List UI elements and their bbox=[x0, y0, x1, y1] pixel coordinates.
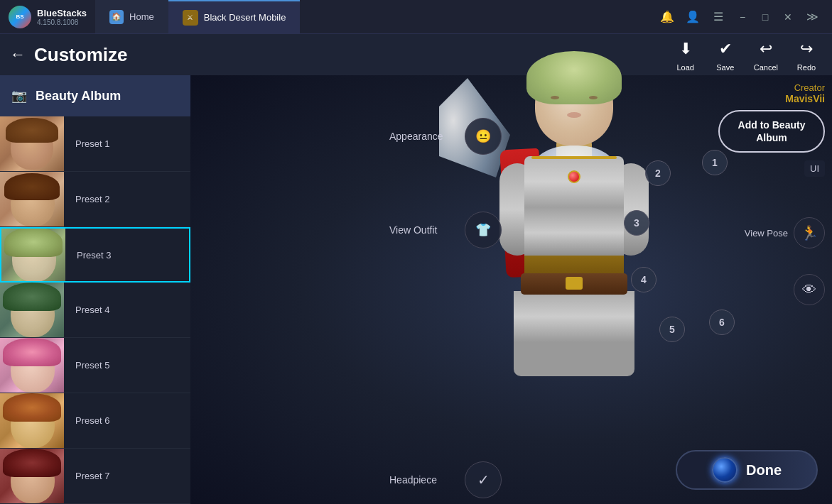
titlebar-tabs: 🏠 Home ⚔ Black Desert Mobile bbox=[95, 0, 647, 33]
load-button[interactable]: ⬇ Load bbox=[674, 38, 697, 72]
page-title: Customize bbox=[34, 44, 127, 66]
redo-button[interactable]: ↪ Redo bbox=[795, 38, 818, 72]
headpiece-label: Headpiece bbox=[389, 474, 453, 486]
save-button[interactable]: ✔ Save bbox=[714, 38, 737, 72]
sidebar: ← Customize 📷 Beauty Album Preset 1 bbox=[0, 34, 190, 504]
eye-button[interactable]: 👁 bbox=[794, 274, 825, 305]
position-badge-3[interactable]: 3 bbox=[624, 210, 649, 236]
view-pose-section: View Pose 🏃 bbox=[745, 217, 825, 248]
redo-icon: ↪ bbox=[795, 38, 818, 60]
preset-5-label: Preset 5 bbox=[64, 360, 109, 371]
load-icon: ⬇ bbox=[674, 38, 697, 60]
character-model bbox=[496, 64, 652, 461]
cancel-label: Cancel bbox=[754, 63, 778, 72]
position-badge-5[interactable]: 5 bbox=[659, 317, 685, 342]
app-logo-section: BS BlueStacks 4.150.8.1008 bbox=[0, 6, 95, 28]
maximize-button[interactable]: □ bbox=[755, 7, 775, 27]
app-version: 4.150.8.1008 bbox=[37, 18, 87, 26]
menu-icon[interactable]: ☰ bbox=[707, 6, 730, 28]
load-label: Load bbox=[677, 63, 694, 72]
game-tab-icon: ⚔ bbox=[183, 10, 198, 26]
add-to-beauty-album-button[interactable]: Add to BeautyAlbum bbox=[718, 110, 825, 153]
character-view: Appearance 😐 View Outfit 👕 bbox=[190, 75, 832, 504]
beauty-album-label: Beauty Album bbox=[36, 89, 121, 104]
appearance-control: Appearance 😐 bbox=[389, 118, 502, 155]
cancel-icon: ↩ bbox=[755, 38, 777, 60]
done-label: Done bbox=[746, 462, 782, 478]
cancel-button[interactable]: ↩ Cancel bbox=[754, 38, 778, 72]
content-area: ⬇ Load ✔ Save ↩ Cancel ↪ Redo Appearan bbox=[190, 34, 832, 504]
position-badge-4[interactable]: 4 bbox=[631, 267, 657, 292]
preset-1-thumbnail bbox=[0, 116, 64, 172]
creator-label: Creator bbox=[785, 82, 825, 93]
beauty-album-icon: 📷 bbox=[11, 88, 27, 104]
preset-3-thumbnail bbox=[1, 227, 65, 283]
home-tab[interactable]: 🏠 Home bbox=[95, 0, 168, 33]
view-pose-button[interactable]: 🏃 bbox=[794, 217, 825, 248]
preset-1-label: Preset 1 bbox=[64, 138, 109, 149]
view-outfit-button[interactable]: 👕 bbox=[465, 212, 502, 248]
preset-item-2[interactable]: Preset 2 bbox=[0, 172, 190, 227]
preset-item-7[interactable]: Preset 7 bbox=[0, 449, 190, 504]
ui-button[interactable]: UI bbox=[804, 160, 825, 177]
game-tab[interactable]: ⚔ Black Desert Mobile bbox=[168, 0, 301, 33]
expand-icon[interactable]: ≫ bbox=[801, 6, 823, 28]
titlebar: BS BlueStacks 4.150.8.1008 🏠 Home ⚔ Blac… bbox=[0, 0, 832, 34]
main-area: ← Customize 📷 Beauty Album Preset 1 bbox=[0, 34, 832, 504]
left-controls: Appearance 😐 View Outfit 👕 bbox=[389, 118, 502, 248]
beauty-album-header: 📷 Beauty Album bbox=[0, 75, 190, 116]
preset-list: Preset 1 Preset 2 Preset 3 bbox=[0, 116, 190, 504]
preset-6-label: Preset 6 bbox=[64, 415, 109, 426]
position-badge-2[interactable]: 2 bbox=[645, 160, 671, 186]
save-icon: ✔ bbox=[714, 38, 737, 60]
account-icon[interactable]: 👤 bbox=[681, 6, 704, 28]
redo-label: Redo bbox=[797, 63, 816, 72]
preset-item-3[interactable]: Preset 3 bbox=[0, 227, 190, 283]
position-badge-1[interactable]: 1 bbox=[702, 150, 728, 175]
done-orb bbox=[712, 457, 738, 483]
view-outfit-control: View Outfit 👕 bbox=[389, 212, 502, 248]
preset-7-label: Preset 7 bbox=[64, 471, 109, 481]
game-tab-label: Black Desert Mobile bbox=[204, 12, 286, 23]
preset-2-thumbnail bbox=[0, 172, 64, 227]
headpiece-row: Headpiece ✓ bbox=[389, 461, 502, 498]
preset-item-4[interactable]: Preset 4 bbox=[0, 283, 190, 338]
preset-2-label: Preset 2 bbox=[64, 194, 109, 204]
appearance-button[interactable]: 😐 bbox=[465, 118, 502, 155]
preset-6-thumbnail bbox=[0, 393, 64, 449]
view-outfit-label: View Outfit bbox=[389, 224, 453, 236]
right-panel: Creator MavisVii Add to BeautyAlbum bbox=[718, 82, 825, 153]
creator-name: MavisVii bbox=[785, 93, 825, 104]
minimize-button[interactable]: − bbox=[733, 7, 752, 27]
close-button[interactable]: ✕ bbox=[778, 7, 798, 27]
preset-item-5[interactable]: Preset 5 bbox=[0, 338, 190, 393]
back-button[interactable]: ← bbox=[10, 45, 26, 64]
preset-3-label: Preset 3 bbox=[65, 250, 111, 261]
app-name: BlueStacks bbox=[37, 8, 87, 18]
preset-4-label: Preset 4 bbox=[64, 305, 109, 315]
preset-4-thumbnail bbox=[0, 283, 64, 338]
save-label: Save bbox=[716, 63, 734, 72]
home-tab-icon: 🏠 bbox=[109, 10, 124, 24]
creator-section: Creator MavisVii bbox=[785, 82, 825, 104]
position-badge-6[interactable]: 6 bbox=[709, 309, 735, 335]
titlebar-controls: 🔔 👤 ☰ − □ ✕ ≫ bbox=[647, 6, 832, 28]
headpiece-button[interactable]: ✓ bbox=[465, 461, 502, 498]
preset-item-1[interactable]: Preset 1 bbox=[0, 116, 190, 172]
preset-item-6[interactable]: Preset 6 bbox=[0, 393, 190, 449]
notification-icon[interactable]: 🔔 bbox=[656, 6, 679, 28]
view-pose-label: View Pose bbox=[745, 228, 788, 239]
appearance-label: Appearance bbox=[389, 131, 453, 142]
done-button[interactable]: Done bbox=[676, 450, 818, 490]
bluestacks-logo: BS bbox=[9, 6, 31, 28]
home-tab-label: Home bbox=[129, 11, 154, 22]
preset-5-thumbnail bbox=[0, 338, 64, 393]
preset-7-thumbnail bbox=[0, 449, 64, 504]
